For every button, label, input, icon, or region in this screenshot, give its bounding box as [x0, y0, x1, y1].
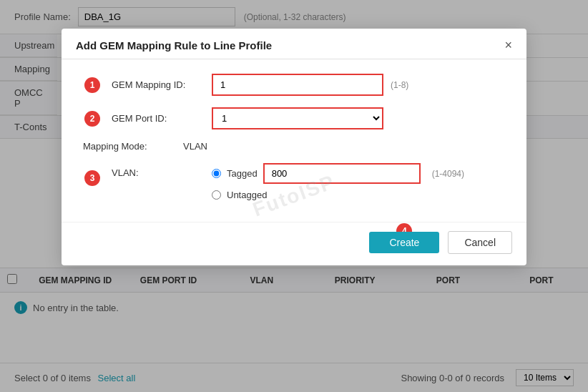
- modal-body: 1 GEM Mapping ID: (1-8) 2 GEM Port ID: 1…: [62, 59, 526, 215]
- mapping-mode-row: Mapping Mode: VLAN: [83, 141, 505, 152]
- tagged-radio[interactable]: [212, 169, 221, 178]
- cancel-button[interactable]: Cancel: [448, 231, 512, 254]
- modal-dialog: Add GEM Mapping Rule to Line Profile × 1…: [62, 29, 526, 265]
- gem-mapping-id-row: 1 GEM Mapping ID: (1-8): [112, 74, 505, 96]
- vlan-row: 3 VLAN: Tagged (1-4094) Untagged: [112, 163, 505, 200]
- create-btn-wrapper: 4 Create: [369, 232, 439, 253]
- gem-mapping-id-label: GEM Mapping ID:: [112, 79, 212, 90]
- tagged-radio-row: Tagged (1-4094): [212, 163, 464, 184]
- untagged-label[interactable]: Untagged: [227, 190, 267, 200]
- vlan-hint: (1-4094): [432, 169, 464, 179]
- create-button[interactable]: Create: [369, 232, 439, 253]
- gem-port-id-label: GEM Port ID:: [112, 113, 212, 124]
- step3-badge: 3: [84, 170, 100, 186]
- gem-mapping-id-hint: (1-8): [391, 80, 408, 90]
- gem-mapping-id-input[interactable]: [212, 74, 383, 96]
- untagged-radio-row: Untagged: [212, 190, 464, 200]
- mapping-mode-label: Mapping Mode:: [83, 141, 183, 152]
- mapping-mode-value: VLAN: [183, 141, 207, 152]
- step1-badge: 1: [84, 77, 100, 93]
- modal-close-button[interactable]: ×: [504, 39, 512, 52]
- vlan-label: VLAN:: [112, 163, 212, 178]
- modal-overlay: Add GEM Mapping Rule to Line Profile × 1…: [0, 0, 588, 392]
- modal-footer: 4 Create Cancel: [62, 222, 526, 265]
- vlan-value-input[interactable]: [263, 163, 421, 184]
- modal-title: Add GEM Mapping Rule to Line Profile: [76, 39, 272, 52]
- untagged-radio[interactable]: [212, 190, 221, 200]
- gem-port-id-select[interactable]: 1 2 3 4: [212, 107, 383, 129]
- step2-badge: 2: [84, 111, 100, 127]
- vlan-controls: Tagged (1-4094) Untagged: [212, 163, 464, 200]
- modal-header: Add GEM Mapping Rule to Line Profile ×: [62, 29, 526, 59]
- gem-port-id-row: 2 GEM Port ID: 1 2 3 4: [112, 107, 505, 129]
- tagged-label[interactable]: Tagged: [227, 168, 258, 179]
